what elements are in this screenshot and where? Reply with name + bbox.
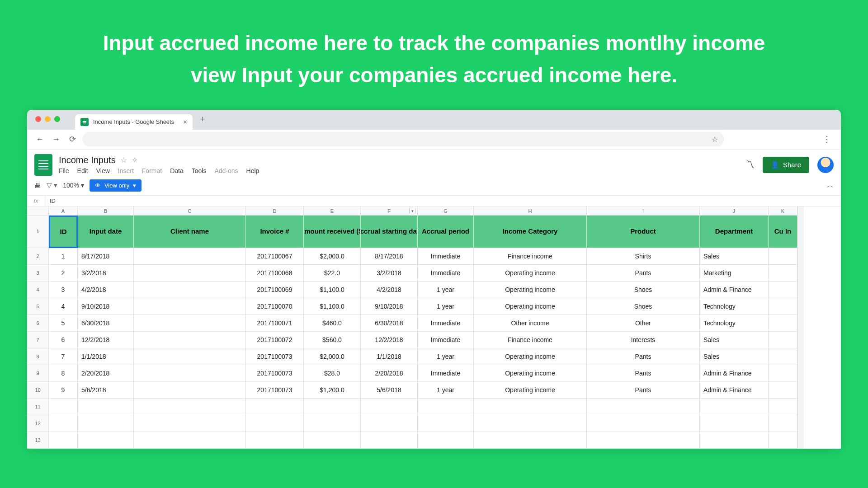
data-cell[interactable] (246, 415, 304, 432)
data-cell[interactable] (769, 415, 797, 432)
column-header-A[interactable]: A (49, 206, 78, 216)
data-cell[interactable] (134, 332, 246, 348)
collapse-toolbar-icon[interactable]: ︿ (827, 181, 834, 190)
data-cell[interactable]: 9 (49, 382, 78, 399)
menu-file[interactable]: File (59, 167, 69, 174)
column-header-C[interactable]: C (134, 206, 246, 216)
data-cell[interactable] (361, 432, 418, 449)
data-cell[interactable]: 6/30/2018 (78, 315, 134, 332)
minimize-window-icon[interactable] (45, 116, 51, 122)
data-cell[interactable]: 2017100073 (246, 382, 304, 399)
row-header[interactable]: 8 (27, 348, 49, 365)
doc-title[interactable]: Income Inputs (59, 155, 116, 165)
data-cell[interactable]: $1,100.0 (304, 282, 361, 298)
data-cell[interactable] (769, 348, 797, 365)
data-cell[interactable] (304, 415, 361, 432)
data-cell[interactable]: Admin & Finance (700, 365, 769, 382)
browser-menu-icon[interactable]: ⋮ (819, 134, 835, 144)
activity-icon[interactable]: 〽 (745, 160, 755, 170)
row-header[interactable]: 1 (27, 216, 49, 248)
data-cell[interactable]: Immediate (418, 265, 474, 282)
column-header-B[interactable]: B (78, 206, 134, 216)
data-cell[interactable] (78, 432, 134, 449)
data-cell[interactable]: Operating income (474, 382, 587, 399)
menu-tools[interactable]: Tools (192, 167, 207, 174)
data-cell[interactable]: 3/2/2018 (78, 265, 134, 282)
menu-help[interactable]: Help (246, 167, 259, 174)
data-cell[interactable]: Shoes (587, 282, 700, 298)
data-cell[interactable]: 2 (49, 265, 78, 282)
data-cell[interactable] (474, 432, 587, 449)
data-cell[interactable]: Immediate (418, 248, 474, 265)
share-button[interactable]: 👤 Share (763, 157, 809, 173)
row-header[interactable]: 6 (27, 315, 49, 332)
menu-edit[interactable]: Edit (77, 167, 88, 174)
data-cell[interactable]: 5 (49, 315, 78, 332)
tab-close-icon[interactable]: × (183, 118, 187, 126)
data-cell[interactable]: Technology (700, 298, 769, 315)
data-cell[interactable]: Operating income (474, 348, 587, 365)
data-cell[interactable]: 4/2/2018 (361, 282, 418, 298)
data-cell[interactable]: Admin & Finance (700, 282, 769, 298)
sheets-logo-icon[interactable] (34, 154, 52, 176)
data-cell[interactable] (700, 415, 769, 432)
data-cell[interactable] (134, 282, 246, 298)
data-cell[interactable]: 2017100073 (246, 348, 304, 365)
view-only-badge[interactable]: 👁 View only ▾ (90, 179, 142, 192)
column-header-D[interactable]: D (246, 206, 304, 216)
data-cell[interactable]: 2017100071 (246, 315, 304, 332)
data-cell[interactable] (474, 399, 587, 415)
data-cell[interactable]: 2/20/2018 (78, 365, 134, 382)
print-icon[interactable]: 🖶 (34, 182, 41, 189)
data-cell[interactable] (134, 298, 246, 315)
data-cell[interactable]: 8 (49, 365, 78, 382)
data-cell[interactable]: $460.0 (304, 315, 361, 332)
column-header-G[interactable]: G (418, 206, 474, 216)
vertical-scrollbar[interactable] (797, 206, 804, 216)
data-cell[interactable] (474, 415, 587, 432)
data-cell[interactable] (769, 265, 797, 282)
data-cell[interactable]: 6 (49, 332, 78, 348)
data-cell[interactable]: 3/2/2018 (361, 265, 418, 282)
maximize-window-icon[interactable] (54, 116, 60, 122)
data-cell[interactable]: 4 (49, 298, 78, 315)
data-cell[interactable]: Finance income (474, 332, 587, 348)
row-header[interactable]: 2 (27, 248, 49, 265)
data-cell[interactable]: Immediate (418, 365, 474, 382)
header-cell[interactable]: Invoice # (246, 216, 304, 248)
data-cell[interactable]: Shirts (587, 248, 700, 265)
data-cell[interactable] (134, 415, 246, 432)
column-header-E[interactable]: E (304, 206, 361, 216)
data-cell[interactable] (134, 382, 246, 399)
data-cell[interactable]: Immediate (418, 315, 474, 332)
data-cell[interactable]: 1/1/2018 (78, 348, 134, 365)
data-cell[interactable]: Other (587, 315, 700, 332)
data-cell[interactable] (361, 399, 418, 415)
data-cell[interactable] (49, 432, 78, 449)
menu-insert[interactable]: Insert (118, 167, 134, 174)
data-cell[interactable] (134, 315, 246, 332)
data-cell[interactable]: Technology (700, 315, 769, 332)
header-cell[interactable]: Product (587, 216, 700, 248)
data-cell[interactable]: $22.0 (304, 265, 361, 282)
back-button[interactable]: ← (33, 133, 46, 145)
data-cell[interactable]: $2,000.0 (304, 348, 361, 365)
data-cell[interactable]: 7 (49, 348, 78, 365)
menu-view[interactable]: View (96, 167, 110, 174)
data-cell[interactable] (587, 415, 700, 432)
select-all-corner[interactable] (27, 206, 49, 216)
data-cell[interactable]: 9/10/2018 (78, 298, 134, 315)
data-cell[interactable] (769, 432, 797, 449)
data-cell[interactable] (769, 382, 797, 399)
header-cell[interactable]: Client name (134, 216, 246, 248)
data-cell[interactable]: Pants (587, 382, 700, 399)
bookmark-star-icon[interactable]: ☆ (712, 135, 718, 144)
data-cell[interactable]: 2/20/2018 (361, 365, 418, 382)
account-avatar[interactable] (817, 157, 834, 173)
data-cell[interactable] (246, 432, 304, 449)
data-cell[interactable]: $1,200.0 (304, 382, 361, 399)
header-cell[interactable]: ID (49, 216, 78, 248)
data-cell[interactable]: Pants (587, 348, 700, 365)
column-filter-dropdown-icon[interactable]: ▾ (409, 208, 415, 214)
column-header-K[interactable]: K (769, 206, 797, 216)
